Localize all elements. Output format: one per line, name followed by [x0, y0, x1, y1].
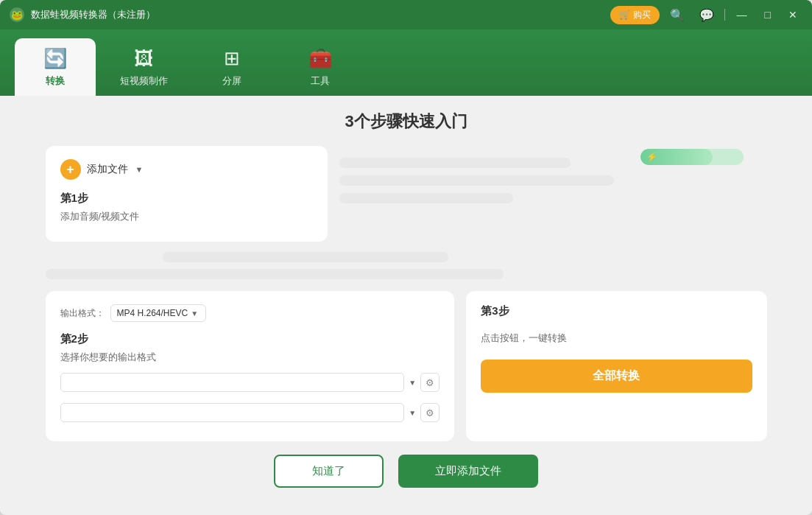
step1-number: 第1步: [60, 192, 314, 206]
lightning-icon: ⚡: [646, 152, 657, 162]
tab-tools[interactable]: 🧰 工具: [280, 38, 361, 96]
small-dropdown-2[interactable]: [60, 403, 405, 422]
skeleton-line: [46, 269, 504, 279]
skeleton-line: [339, 175, 614, 186]
tools-icon: 🧰: [308, 47, 332, 70]
dropdown-row-1: ▼ ⚙: [60, 373, 440, 392]
speed-bar: ⚡: [640, 149, 744, 165]
step2-desc: 选择你想要的输出格式: [60, 351, 440, 364]
tab-split-label: 分屏: [222, 74, 241, 88]
svg-text:🐸: 🐸: [11, 9, 24, 21]
dropdown-row-2: ▼ ⚙: [60, 403, 440, 422]
all-rows: + 添加文件 ▼ 第1步 添加音频/视频文件 ⚡: [46, 146, 767, 441]
format-row: 输出格式： MP4 H.264/HEVC ▼: [60, 304, 440, 322]
skeleton-area: [339, 146, 629, 203]
minimize-button[interactable]: —: [731, 7, 753, 22]
buy-button[interactable]: 🛒 购买: [610, 6, 660, 24]
step3-card: 第3步 点击按钮，一键转换 全部转换: [466, 291, 766, 441]
tab-short-video-label: 短视频制作: [120, 74, 168, 88]
message-button[interactable]: 💬: [695, 7, 719, 24]
app-title: 数据蛙视频转换器（未注册）: [31, 8, 610, 21]
convert-button[interactable]: 全部转换: [481, 360, 752, 393]
tab-split[interactable]: ⊞ 分屏: [191, 38, 272, 96]
tab-short-video[interactable]: 🖼 短视频制作: [103, 38, 184, 96]
skeleton-line: [163, 252, 449, 262]
close-button[interactable]: ✕: [783, 7, 803, 22]
bottom-row: 知道了 立即添加文件: [274, 455, 538, 488]
step2-card: 输出格式： MP4 H.264/HEVC ▼ 第2步 选择你想要的输出格式 ▼ …: [46, 291, 455, 441]
app-window: 🐸 数据蛙视频转换器（未注册） 🛒 购买 🔍 💬 — □ ✕ 🔄 转换 🖼 短视…: [0, 0, 812, 515]
skeleton-line: [339, 158, 571, 168]
speed-bar-area: ⚡: [640, 146, 767, 165]
format-select-arrow: ▼: [191, 309, 198, 318]
title-bar-controls: 🛒 购买 🔍 💬 — □ ✕: [610, 6, 803, 24]
step1-card: + 添加文件 ▼ 第1步 添加音频/视频文件: [46, 146, 328, 242]
title-divider: [724, 9, 725, 21]
setting-icon-1[interactable]: ⚙: [420, 373, 439, 392]
format-select[interactable]: MP4 H.264/HEVC ▼: [110, 304, 206, 322]
short-video-icon: 🖼: [134, 47, 153, 70]
split-icon: ⊞: [224, 47, 240, 70]
page-title: 3个步骤快速入门: [345, 111, 467, 133]
nav-bar: 🔄 转换 🖼 短视频制作 ⊞ 分屏 🧰 工具: [0, 29, 812, 96]
step3-desc: 点击按钮，一键转换: [481, 332, 752, 345]
format-value: MP4 H.264/HEVC: [117, 308, 188, 318]
plus-icon[interactable]: +: [60, 159, 81, 180]
add-file-button[interactable]: 立即添加文件: [398, 455, 538, 488]
small-dropdown-1[interactable]: [60, 373, 405, 392]
add-file-area[interactable]: + 添加文件 ▼: [60, 159, 314, 180]
setting-icon-2[interactable]: ⚙: [420, 403, 439, 422]
tab-tools-label: 工具: [311, 74, 330, 88]
maximize-button[interactable]: □: [759, 7, 777, 22]
know-button[interactable]: 知道了: [274, 455, 384, 488]
content-area: 3个步骤快速入门 + 添加文件 ▼ 第1步 添加音频/视频文件: [0, 96, 812, 515]
add-file-label[interactable]: 添加文件: [87, 163, 128, 176]
step2-number: 第2步: [60, 332, 440, 346]
dropdown-arrow: ▼: [135, 165, 144, 174]
app-logo: 🐸: [9, 7, 25, 23]
convert-icon: 🔄: [43, 47, 67, 70]
tab-convert-label: 转换: [46, 74, 65, 88]
format-label: 输出格式：: [60, 307, 105, 320]
skeleton-line: [339, 193, 513, 203]
cart-icon: 🛒: [619, 10, 630, 20]
tab-convert[interactable]: 🔄 转换: [15, 38, 96, 96]
step1-desc: 添加音频/视频文件: [60, 210, 314, 223]
step3-number: 第3步: [481, 304, 752, 318]
search-button[interactable]: 🔍: [666, 7, 689, 24]
title-bar: 🐸 数据蛙视频转换器（未注册） 🛒 购买 🔍 💬 — □ ✕: [0, 0, 812, 29]
